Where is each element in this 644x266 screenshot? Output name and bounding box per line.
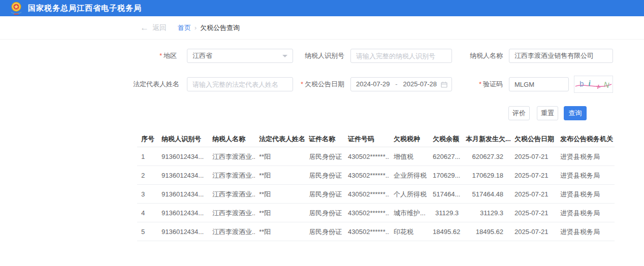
table-cell: 18495.62 [433, 222, 466, 241]
table-cell: 3 [137, 185, 157, 203]
table-body: 19136012434...江西李渡酒业...**阳居民身份证430502***… [137, 147, 615, 241]
table-row: 29136012434...江西李渡酒业...**阳居民身份证430502***… [137, 166, 615, 185]
table-cell: 9136012434... [157, 222, 208, 241]
table-cell: 430502******... [344, 185, 390, 203]
table-cell: **阳 [255, 222, 305, 241]
captcha-char: N [603, 80, 610, 89]
calendar-icon [441, 81, 447, 88]
notice-date-label: *欠税公告日期 [284, 77, 344, 91]
table-cell: 2025-07-21 [510, 166, 556, 184]
table-cell: 2025-07-21 [510, 185, 556, 203]
table-cell: **阳 [255, 147, 305, 165]
captcha-input[interactable] [509, 77, 569, 91]
column-header: 欠税公告日期 [510, 130, 556, 147]
column-header: 欠税余额 [433, 130, 466, 147]
table-cell: 517464.48 [466, 185, 510, 203]
table-cell: 进贤县税务局 [556, 185, 615, 203]
table-cell: 620627... [433, 147, 466, 165]
table-cell: 9136012434... [157, 166, 208, 184]
taxpayer-id-input[interactable] [350, 49, 452, 63]
table-cell: 居民身份证 [305, 166, 344, 184]
table-cell: 居民身份证 [305, 222, 344, 241]
table-cell: 江西李渡酒业... [208, 185, 255, 203]
top-bar: 国家税务总局江西省电子税务局 [0, 0, 644, 16]
region-select-value: 江西省 [192, 49, 212, 62]
breadcrumb-home-link[interactable]: 首页 [178, 23, 191, 32]
table-cell: 江西李渡酒业... [208, 147, 255, 165]
table-cell: 城市维护... [390, 204, 433, 222]
table-cell: 印花税 [390, 222, 433, 241]
taxpayer-name-input[interactable] [509, 49, 613, 63]
captcha-label: *验证码 [458, 77, 503, 91]
column-header: 证件名称 [305, 130, 344, 147]
table-cell: 2025-07-21 [510, 222, 556, 241]
legal-rep-input[interactable] [187, 77, 293, 91]
table-cell: 进贤县税务局 [556, 166, 615, 184]
table-cell: 居民身份证 [305, 204, 344, 222]
table-row: 49136012434...江西李渡酒业...**阳居民身份证430502***… [137, 204, 615, 222]
notice-date-range-picker[interactable]: 2024-07-29 - 2025-07-28 [350, 77, 452, 91]
table-row: 19136012434...江西李渡酒业...**阳居民身份证430502***… [137, 147, 615, 166]
breadcrumb: ← 返回 首页 › 欠税公告查询 [0, 16, 644, 40]
table-cell: 430502******... [344, 166, 390, 184]
table-cell: 430502******... [344, 222, 390, 241]
table-cell: 170629... [433, 166, 466, 184]
table-cell: **阳 [255, 204, 305, 222]
taxpayer-id-label: 纳税人识别号 [284, 49, 344, 63]
table-row: 59136012434...江西李渡酒业...**阳居民身份证430502***… [137, 222, 615, 241]
taxpayer-name-label: 纳税人名称 [448, 49, 503, 63]
table-cell: 进贤县税务局 [556, 204, 615, 222]
table-cell: 4 [137, 204, 157, 222]
back-arrow-icon[interactable]: ← [140, 23, 149, 32]
table-cell: 620627.32 [466, 147, 510, 165]
captcha-char: b [578, 79, 585, 88]
table-cell: 31129.3 [433, 204, 466, 222]
region-select[interactable]: 江西省 [187, 49, 293, 63]
table-cell: **阳 [255, 166, 305, 184]
table-cell: 江西李渡酒业... [208, 222, 255, 241]
required-marker: * [301, 80, 303, 88]
taxpayer-name-label-text: 纳税人名称 [470, 52, 503, 59]
legal-rep-label: 法定代表人姓名 [124, 77, 179, 91]
table-cell: 2 [137, 166, 157, 184]
query-button[interactable]: 查询 [564, 106, 587, 120]
breadcrumb-separator: › [195, 24, 197, 31]
region-label-text: 地区 [164, 52, 177, 59]
table-cell: 9136012434... [157, 185, 208, 203]
column-header: 纳税人名称 [208, 130, 255, 147]
table-cell: 31129.3 [466, 204, 510, 222]
table-cell: 430502******... [344, 204, 390, 222]
date-start[interactable]: 2024-07-29 [356, 78, 390, 91]
back-button[interactable]: 返回 [152, 23, 167, 32]
table-cell: 2025-07-21 [510, 204, 556, 222]
legal-rep-label-text: 法定代表人姓名 [133, 80, 179, 88]
table-cell: 江西李渡酒业... [208, 204, 255, 222]
table-cell: 170629.18 [466, 166, 510, 184]
table-cell: 517464... [433, 185, 466, 203]
table-cell: 9136012434... [157, 204, 208, 222]
table-cell: 18495.62 [466, 222, 510, 241]
evaluate-button[interactable]: 评价 [508, 106, 530, 120]
table-cell: 个人所得税 [390, 185, 433, 203]
table-cell: 430502******... [344, 147, 390, 165]
column-header: 纳税人识别号 [157, 130, 208, 147]
table-cell: 进贤县税务局 [556, 222, 615, 241]
table-cell: 企业所得税 [390, 166, 433, 184]
table-cell: 居民身份证 [305, 147, 344, 165]
table-cell: 江西李渡酒业... [208, 166, 255, 184]
table-cell: **阳 [255, 185, 305, 203]
reset-button[interactable]: 重置 [537, 106, 558, 120]
column-header: 证件号码 [344, 130, 390, 147]
table-row: 39136012434...江西李渡酒业...**阳居民身份证430502***… [137, 185, 615, 204]
taxpayer-id-label-text: 纳税人识别号 [305, 52, 344, 59]
breadcrumb-current: 欠税公告查询 [200, 23, 240, 32]
table-cell: 9136012434... [157, 147, 208, 165]
table-cell: 增值税 [390, 147, 433, 165]
table-cell: 1 [137, 147, 157, 165]
required-marker: * [159, 52, 162, 59]
date-end[interactable]: 2025-07-28 [403, 78, 437, 91]
captcha-char: + [595, 82, 601, 91]
site-title: 国家税务总局江西省电子税务局 [28, 4, 142, 13]
results-table: 序号纳税人识别号纳税人名称法定代表人姓名证件名称证件号码欠税税种欠税余额本月新发… [137, 130, 615, 241]
captcha-image[interactable]: b i + N [574, 76, 613, 93]
